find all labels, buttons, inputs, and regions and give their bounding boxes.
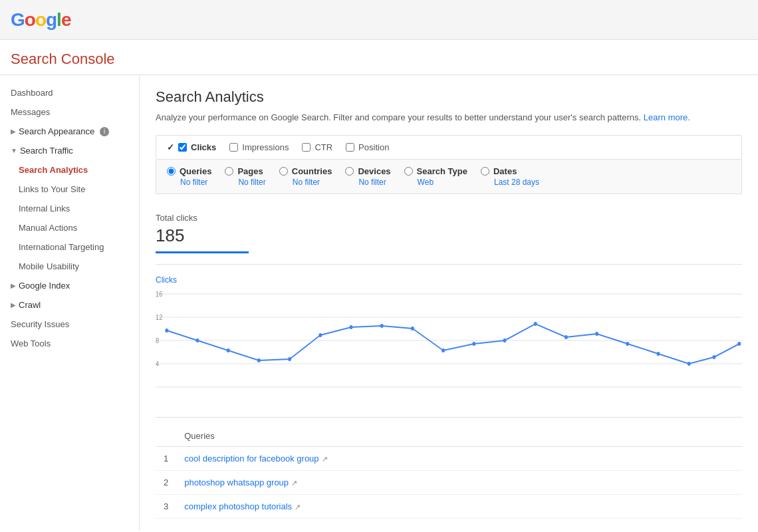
search-type-filter[interactable]: Web [418,178,434,187]
svg-point-12 [257,358,261,362]
svg-point-24 [626,342,629,346]
external-link-icon: ↗ [291,479,297,487]
dates-filter[interactable]: Last 28 days [494,178,539,187]
svg-point-26 [688,362,691,366]
queries-filter[interactable]: No filter [180,178,207,187]
dates-label: Dates [493,166,517,176]
external-link-icon: ↗ [322,455,328,463]
sidebar-item-search-traffic[interactable]: ▼ Search Traffic [0,141,139,160]
countries-radio[interactable] [279,167,288,176]
group-dates[interactable]: Dates Last 28 days [481,166,539,187]
sidebar-item-messages[interactable]: Messages [0,102,139,122]
clicks-checkbox-label[interactable]: ✓ Clicks [167,142,216,152]
position-checkbox-label[interactable]: Position [346,142,389,152]
row-number: 1 [156,446,176,470]
devices-label: Devices [358,166,390,176]
sidebar-item-google-index[interactable]: ▶ Google Index [0,276,139,295]
learn-more-link[interactable]: Learn more. [644,112,690,122]
sidebar-item-internal-links[interactable]: Internal Links [0,199,139,218]
sidebar-item-search-analytics[interactable]: Search Analytics [0,160,139,180]
page-title: Search Analytics [156,88,742,106]
arrow-icon: ▶ [11,301,16,309]
svg-point-14 [318,333,322,337]
table-row: 3 complex photoshop tutorials↗ [156,494,742,518]
sidebar-item-dashboard[interactable]: Dashboard [0,83,139,102]
queries-table-container: Queries 1 cool description for facebook … [156,417,742,519]
clicks-checkbox[interactable] [178,143,187,152]
search-type-label: Search Type [417,166,467,176]
sidebar-item-crawl[interactable]: ▶ Crawl [0,295,139,315]
devices-filter[interactable]: No filter [358,178,386,187]
group-by-bar: Queries No filter Pages No filter Countr… [156,160,742,194]
search-type-radio[interactable] [404,167,413,176]
group-queries[interactable]: Queries No filter [167,166,211,187]
group-devices[interactable]: Devices No filter [345,166,390,187]
svg-text:4: 4 [156,360,159,368]
impressions-label: Impressions [242,142,289,152]
info-icon: i [100,127,109,136]
arrow-icon: ▶ [11,282,16,289]
row-query[interactable]: complex photoshop tutorials↗ [176,494,742,518]
sidebar: Dashboard Messages ▶ Search Appearance i… [0,75,140,531]
row-number: 2 [156,470,176,494]
chart-label: Clicks [156,275,742,285]
svg-point-27 [712,355,715,359]
svg-point-25 [656,352,660,356]
group-by-options: Queries No filter Pages No filter Countr… [167,166,731,187]
svg-point-18 [442,348,445,352]
svg-point-28 [737,342,741,346]
filter-bar: ✓ Clicks Impressions CTR Position [156,135,742,160]
sidebar-item-international-targeting[interactable]: International Targeting [0,237,139,257]
svg-point-21 [534,322,537,326]
row-query[interactable]: photoshop whatsapp group↗ [176,470,742,494]
row-number: 3 [156,494,176,518]
table-header-queries: Queries [176,426,742,447]
sidebar-item-search-appearance[interactable]: ▶ Search Appearance i [0,122,139,141]
svg-text:12: 12 [156,313,163,321]
sidebar-item-manual-actions[interactable]: Manual Actions [0,218,139,237]
sidebar-item-security-issues[interactable]: Security Issues [0,315,139,334]
impressions-checkbox[interactable] [229,143,238,152]
ctr-checkbox[interactable] [302,143,311,152]
pages-radio[interactable] [225,167,233,176]
layout: Dashboard Messages ▶ Search Appearance i… [0,75,758,531]
countries-filter[interactable]: No filter [293,178,320,187]
row-query[interactable]: cool description for facebook group↗ [176,446,742,470]
metric-title: Total clicks [156,213,235,223]
header: Google [0,0,758,40]
dates-radio[interactable] [481,167,489,176]
sidebar-item-web-tools[interactable]: Web Tools [0,334,139,353]
total-clicks-metric: Total clicks 185 [156,205,249,253]
group-countries[interactable]: Countries No filter [279,166,332,187]
svg-point-13 [288,357,291,361]
sidebar-item-mobile-usability[interactable]: Mobile Usability [0,257,139,276]
clicks-chart: 16 12 8 4 [156,287,742,394]
clicks-label: Clicks [191,142,216,152]
ctr-label: CTR [315,142,332,152]
position-checkbox[interactable] [346,143,354,152]
svg-point-10 [195,338,199,342]
arrow-icon: ▼ [11,147,17,154]
table-row: 2 photoshop whatsapp group↗ [156,470,742,494]
queries-table: Queries 1 cool description for facebook … [156,426,742,519]
group-pages[interactable]: Pages No filter [225,166,265,187]
group-search-type[interactable]: Search Type Web [404,166,467,187]
svg-point-23 [595,332,598,336]
arrow-icon: ▶ [11,128,16,135]
checkmark-icon: ✓ [167,142,174,152]
metric-value: 185 [156,225,235,246]
sc-title: Search Console [0,40,758,75]
page-description: Analyze your performance on Google Searc… [156,111,742,124]
queries-label: Queries [180,166,211,176]
chart-container: Clicks 16 12 8 4 [156,275,742,401]
sidebar-item-links-to-your-site[interactable]: Links to Your Site [0,180,139,199]
ctr-checkbox-label[interactable]: CTR [302,142,332,152]
devices-radio[interactable] [345,167,354,176]
impressions-checkbox-label[interactable]: Impressions [229,142,289,152]
position-label: Position [358,142,389,152]
svg-point-20 [503,338,506,342]
queries-radio[interactable] [167,167,176,176]
main-content: Search Analytics Analyze your performanc… [140,75,758,531]
pages-filter[interactable]: No filter [238,178,265,187]
svg-point-19 [472,342,475,346]
